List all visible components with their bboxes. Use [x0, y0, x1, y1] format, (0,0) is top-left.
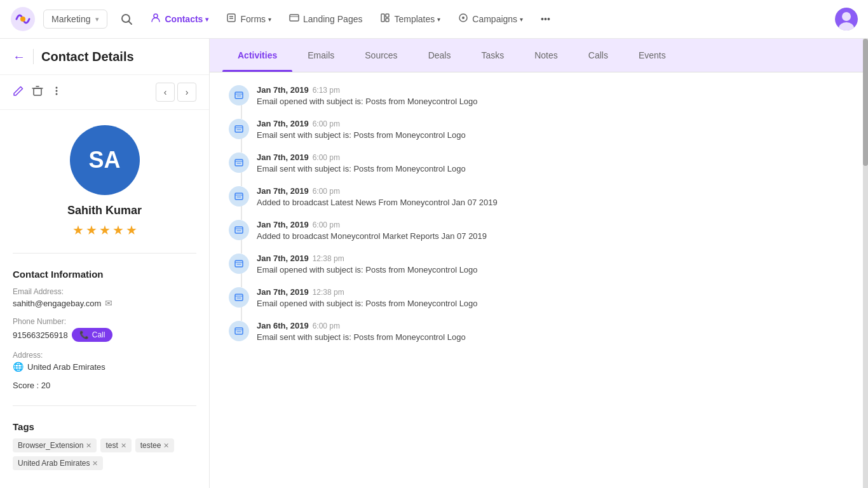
chevron-forms-icon: ▾ [268, 16, 271, 23]
tab-calls-label: Calls [588, 50, 608, 60]
tab-sources[interactable]: Sources [349, 39, 412, 72]
tag-close-1[interactable]: ✕ [121, 442, 126, 450]
prev-contact-button[interactable]: ‹ [156, 83, 175, 102]
activity-content-6: Jan 7th, 2019 12:38 pm Email opened with… [257, 287, 849, 308]
tab-tasks[interactable]: Tasks [466, 39, 519, 72]
user-avatar[interactable] [835, 8, 858, 30]
right-panel: Activities Emails Sources Deals Tasks No… [210, 39, 868, 488]
activity-text-4: Added to broadcast Moneycontrol Market R… [257, 231, 849, 241]
tags-title: Tags [13, 421, 196, 432]
svg-rect-45 [235, 328, 243, 334]
star-1: ★ [72, 222, 84, 238]
phone-text: 915663256918 [13, 330, 68, 340]
tab-calls[interactable]: Calls [573, 39, 623, 72]
nav-item-campaigns[interactable]: Campaigns ▾ [451, 8, 531, 30]
contact-name: Sahith Kumar [67, 204, 142, 217]
activity-icon-5 [229, 254, 249, 274]
activity-clock-3: 6:00 pm [313, 187, 340, 196]
workspace-selector[interactable]: Marketing ▾ [43, 10, 107, 29]
nav-item-contacts[interactable]: Contacts ▾ [143, 8, 216, 30]
app-logo[interactable] [10, 6, 36, 32]
delete-button[interactable] [32, 85, 43, 100]
tab-notes[interactable]: Notes [519, 39, 573, 72]
tag-close-3[interactable]: ✕ [92, 459, 98, 468]
contacts-icon [151, 13, 161, 25]
activity-clock-2: 6:00 pm [313, 153, 340, 162]
address-label: Address: [13, 351, 196, 360]
activity-feed: Jan 7th, 2019 6:13 pm Email opened with … [210, 72, 868, 488]
activity-time-2: Jan 7th, 2019 6:00 pm [257, 152, 849, 162]
activity-content-1: Jan 7th, 2019 6:00 pm Email sent with su… [257, 119, 849, 140]
tab-emails[interactable]: Emails [292, 39, 349, 72]
activity-icon-3 [229, 186, 249, 207]
breadcrumb-divider [33, 49, 34, 64]
contact-actions-bar: ‹ › [0, 75, 209, 110]
activity-icon-1 [229, 119, 249, 139]
templates-icon [380, 13, 390, 25]
page-title: Contact Details [41, 50, 134, 64]
nav-label-forms: Forms [240, 14, 266, 24]
activity-text-7: Email sent with subject is: Posts from M… [257, 332, 849, 342]
activity-date-1: Jan 7th, 2019 [257, 119, 309, 128]
nav-label-landing-pages: Landing Pages [303, 14, 362, 24]
info-section-title: Contact Information [13, 269, 196, 280]
activity-date-0: Jan 7th, 2019 [257, 85, 309, 95]
activity-icon-2 [229, 152, 249, 173]
tab-deals-label: Deals [428, 50, 451, 60]
tab-deals[interactable]: Deals [413, 39, 466, 72]
score-row: Score : 20 [13, 381, 196, 390]
next-contact-button[interactable]: › [177, 83, 196, 102]
landing-pages-icon [289, 13, 299, 25]
more-actions-button[interactable] [51, 85, 62, 100]
chevron-campaigns-icon: ▾ [520, 16, 523, 23]
scrollbar[interactable] [863, 39, 868, 488]
activity-text-3: Added to broadcast Latest News From Mone… [257, 198, 849, 207]
nav-item-forms[interactable]: Forms ▾ [219, 8, 279, 30]
activity-clock-6: 12:38 pm [313, 288, 344, 297]
activity-content-5: Jan 7th, 2019 12:38 pm Email opened with… [257, 254, 849, 274]
chevron-templates-icon: ▾ [437, 16, 440, 23]
activity-clock-1: 6:00 pm [313, 119, 340, 128]
star-3: ★ [99, 222, 111, 238]
contact-stars: ★ ★ ★ ★ ★ [72, 222, 137, 238]
tab-events[interactable]: Events [623, 39, 681, 72]
activity-content-0: Jan 7th, 2019 6:13 pm Email opened with … [257, 85, 849, 106]
main-page: ← Contact Details [0, 39, 868, 488]
nav-item-landing-pages[interactable]: Landing Pages [281, 8, 370, 30]
email-text[interactable]: sahith@engagebay.com [13, 299, 101, 308]
activity-text-2: Email sent with subject is: Posts from M… [257, 164, 849, 173]
tag-close-0[interactable]: ✕ [86, 442, 92, 450]
activity-clock-0: 6:13 pm [313, 86, 340, 95]
phone-label: Phone Number: [13, 317, 196, 326]
tag-label-0: Browser_Extension [18, 441, 83, 450]
tab-activities[interactable]: Activities [222, 39, 292, 72]
activity-time-0: Jan 7th, 2019 6:13 pm [257, 85, 849, 95]
activity-clock-4: 6:00 pm [313, 220, 340, 229]
call-button[interactable]: 📞 Call [72, 328, 113, 342]
activity-item-0: Jan 7th, 2019 6:13 pm Email opened with … [229, 85, 849, 106]
svg-point-22 [56, 90, 58, 92]
tag-close-2[interactable]: ✕ [163, 442, 169, 450]
campaigns-icon [458, 13, 468, 25]
activity-icon-0 [229, 85, 249, 105]
activity-item-1: Jan 7th, 2019 6:00 pm Email sent with su… [229, 119, 849, 140]
scrollbar-thumb[interactable] [863, 39, 868, 166]
activity-time-6: Jan 7th, 2019 12:38 pm [257, 287, 849, 297]
address-value: 🌐 United Arab Emirates [13, 362, 196, 372]
activity-date-5: Jan 7th, 2019 [257, 254, 309, 263]
svg-point-2 [122, 15, 130, 22]
activity-time-1: Jan 7th, 2019 6:00 pm [257, 119, 849, 128]
activity-item-6: Jan 7th, 2019 12:38 pm Email opened with… [229, 287, 849, 308]
tab-notes-label: Notes [534, 50, 558, 60]
search-button[interactable] [115, 8, 138, 30]
svg-point-23 [56, 93, 58, 95]
edit-button[interactable] [13, 85, 24, 100]
nav-item-templates[interactable]: Templates ▾ [372, 8, 448, 30]
back-button[interactable]: ← [13, 50, 25, 64]
tag-browser-extension: Browser_Extension ✕ [13, 438, 97, 452]
svg-rect-8 [290, 15, 299, 21]
email-icon: ✉ [105, 298, 112, 308]
activity-date-3: Jan 7th, 2019 [257, 186, 309, 196]
nav-more-button[interactable]: ••• [533, 9, 558, 29]
activity-time-5: Jan 7th, 2019 12:38 pm [257, 254, 849, 263]
